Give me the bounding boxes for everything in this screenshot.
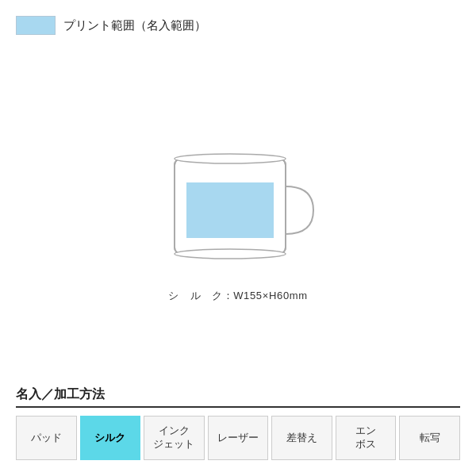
- legend-label: プリント範囲（名入範囲）: [63, 18, 206, 33]
- legend: プリント範囲（名入範囲）: [16, 16, 460, 35]
- tab-emboss[interactable]: エンボス: [336, 416, 397, 460]
- svg-rect-1: [186, 182, 274, 238]
- method-tabs: パッド シルク インクジェット レーザー 差替え エンボス 転写: [16, 416, 460, 460]
- mug-illustration: [159, 135, 317, 278]
- tab-silk[interactable]: シルク: [80, 416, 141, 460]
- method-section: 名入／加工方法 パッド シルク インクジェット レーザー 差替え エンボス 転写: [16, 386, 460, 460]
- tab-inkjet[interactable]: インクジェット: [144, 416, 205, 460]
- section-title: 名入／加工方法: [16, 386, 460, 408]
- tab-transfer[interactable]: 転写: [399, 416, 460, 460]
- svg-point-3: [175, 154, 286, 163]
- tab-pad[interactable]: パッド: [16, 416, 77, 460]
- mug-area: シ ル ク：W155×H60mm: [16, 51, 460, 386]
- mug-svg: [159, 135, 317, 278]
- tab-laser[interactable]: レーザー: [208, 416, 269, 460]
- legend-swatch: [16, 16, 56, 35]
- mug-dimension-label: シ ル ク：W155×H60mm: [168, 289, 307, 303]
- tab-replace[interactable]: 差替え: [271, 416, 332, 460]
- svg-point-4: [175, 249, 286, 259]
- page-wrapper: プリント範囲（名入範囲） シ ル ク：W155×H60mm 名入／加工方法: [0, 0, 476, 476]
